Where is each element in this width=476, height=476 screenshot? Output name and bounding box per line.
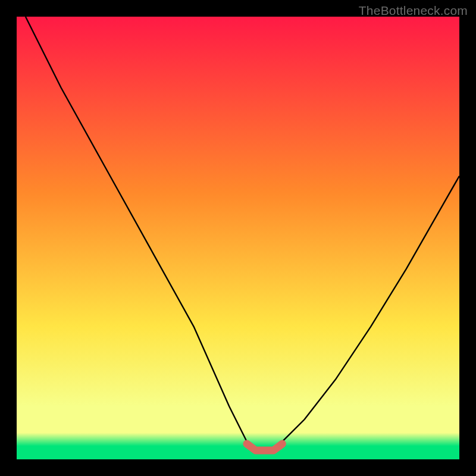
chart-frame: TheBottleneck.com (0, 0, 476, 476)
credit-watermark: TheBottleneck.com (359, 4, 468, 18)
plot-area (17, 17, 459, 459)
gradient-background (17, 17, 459, 459)
chart-svg (17, 17, 459, 459)
